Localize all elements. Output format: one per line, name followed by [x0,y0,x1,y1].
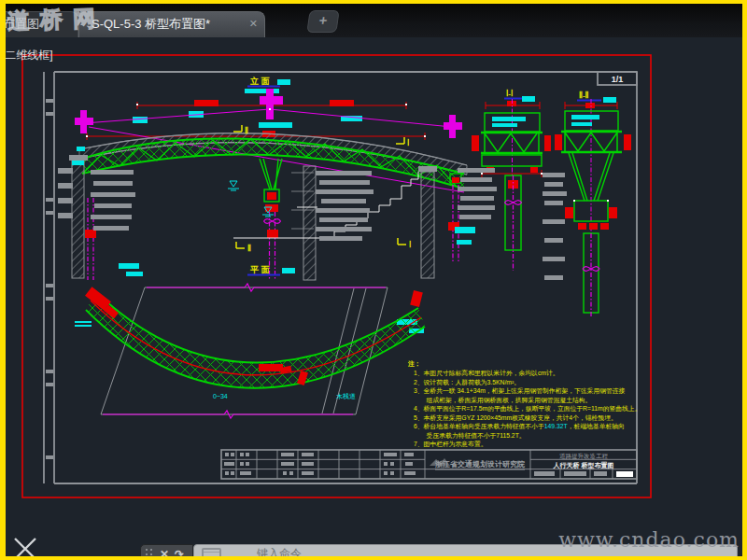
project-name: 道路提升改造工程 [559,453,609,460]
plan-range-label: 0~34 [213,393,228,399]
viewport-mode-label[interactable]: [二维线框] [2,48,53,63]
application-window: 布置图 S-QL-5-3 桥型布置图* ✕ + 道桥网 [二维线框] [0,0,747,560]
svg-text:5、本桥支座采用GYZ 1200×45mm板式橡胶支座，共计: 5、本桥支座采用GYZ 1200×45mm板式橡胶支座，共计4个，锚栓预埋。 [414,414,617,422]
title-block-placeholders [224,453,607,476]
page-number: 1/1 [612,75,624,84]
tab-bar: 布置图 S-QL-5-3 桥型布置图* ✕ + [0,0,747,37]
svg-text:1、本图尺寸除标高和里程以米计外，余均以cm计。: 1、本图尺寸除标高和里程以米计外，余均以cm计。 [414,370,559,377]
notes-block: 注： 1、本图尺寸除标高和里程以米计外，余均以cm计。 2、设计荷载：人群荷载为… [407,360,641,448]
svg-text:受压承载力特征值不小于7115.2T。: 受压承载力特征值不小于7115.2T。 [414,432,526,440]
command-bar: ✕ ↷ 键入命令 [140,544,738,560]
command-close-icon[interactable]: ✕ [160,548,169,560]
svg-text:2、设计荷载：人群荷载为3.5KN/m²。: 2、设计荷载：人群荷载为3.5KN/m²。 [414,379,520,386]
command-input[interactable]: 键入命令 [193,544,738,560]
drawing-title: 人行天桥 桥型布置图 [553,461,614,469]
svg-text:Ⅰ: Ⅰ [409,240,411,249]
svg-text:Ⅱ: Ⅱ [247,244,251,253]
title-block: 浙江省交通规划设计研究院 道路提升改造工程 人行天桥 桥型布置图 [221,450,637,479]
dimension-labels-center [316,171,374,241]
drag-grip-icon[interactable] [145,548,154,559]
cad-canvas[interactable]: 1/1 立 面 [0,37,747,556]
notes-heading: 注： [407,360,421,367]
close-x-icon[interactable] [12,537,38,560]
page-number-box: 1/1 [598,72,637,85]
section-i-i: Ⅰ-Ⅰ [455,89,551,271]
svg-text:3、全桥共一联 34.1+34m，桁架上弦采用钢管制作桁架，: 3、全桥共一联 34.1+34m，桁架上弦采用钢管制作桁架，下弦采用钢管连接 [414,387,626,395]
institute-name: 浙江省交通规划设计研究院 [434,459,526,469]
tab-background-drawing[interactable]: 布置图 [0,11,78,37]
svg-text:组成桁架，桥面采用钢桥面板，拱脚采用钢管混凝土结构。: 组成桁架，桥面采用钢桥面板，拱脚采用钢管混凝土结构。 [414,397,591,404]
section2-title: Ⅱ-Ⅱ [579,91,589,100]
tab-active-drawing[interactable]: S-QL-5-3 桥型布置图* ✕ [78,11,265,37]
elevation-title: 立 面 [249,77,270,86]
elevation-view: 立 面 [58,77,467,333]
section1-title: Ⅰ-Ⅰ [506,89,513,98]
svg-text:6、桥台地基单桩轴向受压承载力特征值不小于149.32T，桩: 6、桥台地基单桩轴向受压承载力特征值不小于149.32T，桩端地基单桩轴向 [414,423,625,430]
svg-text:Ⅱ: Ⅱ [245,126,248,135]
tab-label: S-QL-5-3 桥型布置图* [79,12,264,36]
tab-label: 布置图 [0,12,78,36]
plan-title: 平 面 [249,265,270,274]
svg-text:4、桥面平面位于R=17.5m的平曲线上，纵断平坡，立面位于: 4、桥面平面位于R=17.5m的平曲线上，纵断平坡，立面位于R=11m的竖曲线上… [414,405,641,413]
keyboard-icon [202,548,221,560]
command-bar-handle[interactable]: ✕ ↷ [140,544,193,560]
tab-close-icon[interactable]: ✕ [249,18,258,30]
svg-text:7、图中栏杆为示意布置。: 7、图中栏杆为示意布置。 [414,441,487,448]
dimension-labels-left [58,168,135,231]
plan-path-label: 木栈道 [336,393,356,399]
new-tab-button[interactable]: + [306,10,339,33]
command-placeholder: 键入命令 [257,547,302,560]
plan-view: 平 面 0~34 木栈道 [75,265,425,418]
command-redo-icon[interactable]: ↷ [175,548,184,560]
section-ii-ii: Ⅱ-Ⅱ [543,91,631,317]
svg-text:Ⅰ: Ⅰ [407,138,409,147]
